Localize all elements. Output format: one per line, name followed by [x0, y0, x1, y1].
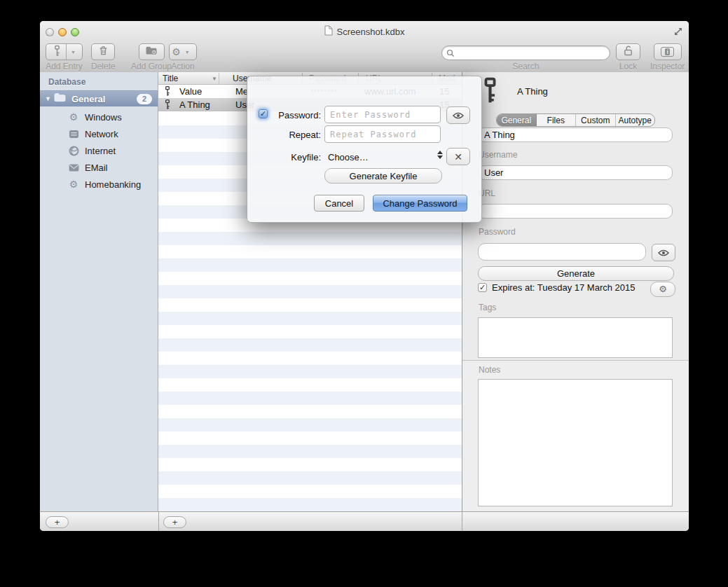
checkmark-icon: ✓	[260, 109, 266, 118]
sidebar-item-homebanking[interactable]: ⚙ Homebanking	[68, 178, 141, 191]
password-enable-checkbox[interactable]: ✓	[259, 109, 268, 118]
tags-field[interactable]	[478, 317, 673, 358]
action-label: Action	[171, 62, 194, 71]
open-padlock-icon	[623, 45, 633, 59]
add-entry-button[interactable]: ▼	[46, 43, 83, 60]
expires-settings-button[interactable]: ⚙	[650, 282, 675, 297]
toolbar: ▼ Add Entry Delete	[40, 42, 689, 72]
generate-button-label: Generate	[557, 268, 595, 279]
key-icon	[54, 45, 60, 60]
change-password-button[interactable]: Change Password	[373, 195, 467, 212]
gear-icon: ⚙	[68, 179, 79, 189]
sidebar-item-windows[interactable]: ⚙ Windows	[68, 111, 122, 123]
sidebar-item-network[interactable]: Network	[68, 127, 118, 140]
reveal-password-button[interactable]	[652, 244, 675, 261]
lock-button[interactable]	[616, 43, 640, 60]
dialog-password-input[interactable]	[324, 106, 441, 123]
change-password-button-label: Change Password	[383, 198, 457, 209]
sidebar-item-label: EMail	[85, 163, 108, 173]
generate-password-button[interactable]: Generate	[478, 266, 674, 281]
tab-custom[interactable]: Custom	[576, 114, 616, 126]
titlebar[interactable]: Screenshot.kdbx	[40, 21, 689, 42]
expires-checkbox[interactable]: ✓	[478, 283, 487, 292]
add-group-button[interactable]	[139, 43, 165, 60]
keyfile-popup-button[interactable]: Choose…	[328, 152, 369, 163]
generate-keyfile-label: Generate Keyfile	[350, 171, 418, 181]
sidebar-group-general[interactable]: ▼ General 2	[40, 90, 158, 106]
key-icon	[483, 77, 497, 106]
dialog-password-label: Password:	[270, 110, 321, 120]
dialog-repeat-input[interactable]	[324, 125, 441, 143]
cancel-button-label: Cancel	[325, 198, 353, 209]
chevron-down-icon: ▼	[67, 50, 80, 55]
envelope-icon	[68, 164, 79, 172]
generate-keyfile-button[interactable]: Generate Keyfile	[324, 168, 442, 184]
tags-label: Tags	[479, 303, 496, 312]
window-title: Screenshot.kdbx	[337, 27, 405, 37]
url-field[interactable]	[478, 204, 673, 219]
chevron-down-icon: ▼	[181, 50, 194, 55]
folder-icon	[53, 92, 67, 105]
inspector-entry-title: A Thing	[517, 86, 548, 97]
server-icon	[68, 130, 79, 139]
expires-label: Expires at: Tuesday 17 March 2015	[492, 282, 636, 293]
dialog-keyfile-label: Keyfile:	[270, 152, 321, 163]
dialog-repeat-label: Repeat:	[270, 130, 321, 140]
sidebar-item-label: Network	[85, 129, 118, 139]
add-group-label: Add Group	[131, 62, 172, 71]
sidebar-item-internet[interactable]: Internet	[68, 144, 116, 157]
cell-title: Value	[179, 86, 202, 97]
tab-autotype[interactable]: Autotype	[616, 114, 655, 126]
plus-icon: +	[172, 517, 178, 527]
delete-label: Delete	[91, 62, 116, 71]
sidebar-item-label: Homebanking	[85, 179, 141, 190]
username-label: Username	[479, 150, 517, 160]
title-field[interactable]	[478, 127, 673, 142]
sidebar-item-label: Windows	[85, 112, 122, 123]
eye-icon	[658, 249, 669, 256]
key-icon	[165, 99, 170, 112]
password-label: Password	[479, 227, 516, 237]
expires-row: ✓ Expires at: Tuesday 17 March 2015	[478, 282, 636, 293]
info-icon: i	[661, 47, 674, 57]
password-field[interactable]	[478, 243, 646, 261]
trash-icon	[98, 45, 109, 59]
tab-files[interactable]: Files	[537, 114, 577, 126]
change-password-dialog: ✓ Password: Repeat: Keyfile: Choose… ✕ G…	[247, 76, 482, 223]
username-field[interactable]	[478, 165, 673, 180]
inspector-panel: A Thing General Files Custom Autotype Us…	[462, 72, 689, 511]
sidebar: Database ▼ General 2 ⚙ Windows Network	[40, 72, 158, 511]
action-button[interactable]: ⚙ ▼	[169, 43, 197, 60]
search-field[interactable]	[441, 46, 610, 60]
add-entry-plus-button[interactable]: +	[163, 516, 186, 528]
globe-icon	[68, 146, 79, 156]
tab-general[interactable]: General	[497, 114, 537, 126]
inspector-tabs: General Files Custom Autotype	[496, 113, 655, 127]
add-group-plus-button[interactable]: +	[46, 516, 69, 528]
dialog-reveal-password-button[interactable]	[446, 106, 470, 124]
app-window: Screenshot.kdbx ▼ Add Entry	[40, 21, 689, 531]
cancel-button[interactable]: Cancel	[314, 195, 364, 212]
disclosure-triangle-icon[interactable]: ▼	[45, 95, 53, 102]
folder-plus-icon	[145, 46, 158, 58]
sidebar-item-label: Internet	[85, 146, 116, 156]
column-header-title[interactable]: Title	[163, 74, 178, 83]
window-chrome: Screenshot.kdbx ▼ Add Entry	[40, 21, 689, 73]
close-icon: ✕	[454, 152, 462, 162]
plus-icon: +	[55, 517, 60, 527]
add-entry-label: Add Entry	[46, 62, 83, 71]
key-icon	[165, 85, 170, 99]
sidebar-item-email[interactable]: EMail	[68, 161, 108, 174]
notes-label: Notes	[479, 365, 500, 375]
delete-button[interactable]	[91, 43, 115, 60]
bottom-bar: + +	[40, 511, 689, 531]
gear-icon: ⚙	[68, 112, 79, 122]
inspector-button[interactable]: i	[654, 43, 682, 60]
search-input[interactable]	[458, 48, 605, 59]
clear-keyfile-button[interactable]: ✕	[446, 148, 470, 165]
fullscreen-icon[interactable]	[673, 26, 684, 37]
gear-icon: ⚙	[659, 284, 667, 294]
entry-count-badge: 2	[137, 94, 152, 104]
stepper-arrows-icon[interactable]	[437, 151, 443, 159]
notes-field[interactable]	[478, 379, 673, 506]
